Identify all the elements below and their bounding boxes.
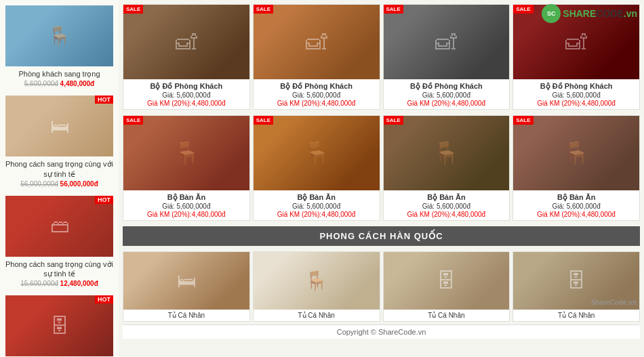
- cabinet-icon-4: 🗄: [567, 270, 586, 292]
- product-price-d3: Giá: 5,600,000đ: [386, 203, 507, 210]
- img-icon-d1: 🪑: [173, 140, 200, 166]
- logo-area: SC SHARECODE.vn: [542, 4, 637, 23]
- cabinet-name-3: Tủ Cá Nhân: [384, 310, 510, 321]
- logo-code: CODE: [596, 8, 623, 19]
- furniture-icon-4: 🗄: [50, 315, 69, 337]
- hot-badge-2: HOT: [95, 96, 113, 104]
- sidebar-item-3[interactable]: HOT 🗃 Phong cách sang trọng cùng với sự …: [5, 196, 113, 288]
- furniture-icon-3: 🗃: [50, 215, 69, 237]
- img-icon-l1: 🛋: [176, 30, 197, 55]
- cabinet-icon-2: 🪑: [304, 270, 328, 292]
- price-new-2: 56,000,000đ: [60, 180, 98, 188]
- cabinet-card-2[interactable]: 🪑 Tủ Cá Nhân: [253, 251, 380, 322]
- product-card-living-3[interactable]: SALE 🛋 Bộ Đồ Phòng Khách Giá: 5,600,000đ…: [383, 4, 510, 110]
- product-sale-d3: Giá KM (20%):4,480,000đ: [386, 211, 507, 218]
- cabinet-name-1: Tủ Cá Nhân: [123, 310, 249, 321]
- cabinet-card-3[interactable]: 🗄 Tủ Cá Nhân: [383, 251, 510, 322]
- product-img-dining-1: 🪑: [123, 116, 249, 190]
- cabinet-img-3: 🗄: [384, 252, 510, 310]
- product-sale-l2: Giá KM (20%):4,480,000đ: [256, 100, 377, 107]
- img-icon-l4: 🛋: [565, 30, 587, 55]
- product-card-living-2[interactable]: SALE 🛋 Bộ Đồ Phòng Khách Giá: 5,600,000đ…: [253, 4, 380, 110]
- product-img-dining-3: 🪑: [384, 116, 510, 190]
- korean-style-header: PHONG CÁCH HÀN QUỐC: [123, 226, 640, 246]
- cabinet-icon-1: 🛏: [177, 270, 196, 292]
- sidebar-item-4[interactable]: HOT 🗄 Phòng khách sang trọng 5,600,000đ …: [5, 295, 113, 357]
- copyright-bar: Copyright © ShareCode.vn: [123, 324, 640, 339]
- product-sale-l3: Giá KM (20%):4,480,000đ: [386, 100, 507, 107]
- hot-badge-3: HOT: [95, 196, 113, 204]
- cabinet-name-4: Tủ Cá Nhân: [513, 310, 639, 321]
- price-old-1: 5,600,000đ: [24, 80, 58, 87]
- product-price-l3: Giá: 5,600,000đ: [386, 91, 507, 99]
- logo-share: SHARE: [563, 8, 596, 19]
- product-price-d2: Giá: 5,600,000đ: [256, 203, 377, 210]
- product-name-l4: Bộ Đồ Phòng Khách: [516, 82, 637, 91]
- img-icon-l2: 🛋: [306, 30, 327, 55]
- cabinet-icon-3: 🗄: [437, 270, 456, 292]
- sidebar-img-2: 🛏: [5, 96, 113, 156]
- page-wrapper: SC SHARECODE.vn 🪑 Phòng khách sang trọng…: [0, 0, 644, 357]
- cabinet-card-1[interactable]: 🛏 Tủ Cá Nhân: [123, 251, 250, 322]
- price-old-2: 56,000,000đ: [20, 180, 58, 188]
- hot-badge-4: HOT: [95, 295, 113, 303]
- price-new-1: 4,480,000đ: [60, 80, 95, 87]
- product-sale-l1: Giá KM (20%):4,480,000đ: [126, 100, 247, 107]
- product-price-d1: Giá: 5,600,000đ: [126, 203, 247, 210]
- price-old-3: 15,600,000đ: [20, 280, 58, 287]
- product-sale-d4: Giá KM (20%):4,480,000đ: [516, 211, 637, 218]
- product-img-dining-2: 🪑: [254, 116, 380, 190]
- product-img-living-1: 🛋: [123, 5, 249, 79]
- product-name-l3: Bộ Đồ Phòng Khách: [386, 82, 507, 91]
- product-name-d2: Bộ Bàn Ăn: [256, 193, 377, 202]
- sale-badge-l3: SALE: [384, 5, 403, 14]
- product-img-living-3: 🛋: [384, 5, 510, 79]
- sidebar-item-1[interactable]: 🪑 Phòng khách sang trọng 5,600,000đ 4,48…: [5, 5, 113, 87]
- sale-badge-l1: SALE: [123, 5, 143, 14]
- furniture-icon-1: 🪑: [47, 25, 71, 47]
- product-sale-l4: Giá KM (20%):4,480,000đ: [516, 100, 637, 107]
- img-icon-l3: 🛋: [435, 30, 457, 55]
- cabinet-card-4[interactable]: 🗄 ShareCode.vn Tủ Cá Nhân: [512, 251, 640, 322]
- sidebar-title-2: Phong cách sang trọng cùng với sự tinh t…: [5, 159, 113, 179]
- logo-icon: SC: [542, 4, 561, 23]
- sale-badge-d2: SALE: [254, 116, 273, 125]
- product-info-l2: Bộ Đồ Phòng Khách Giá: 5,600,000đ Giá KM…: [254, 79, 380, 109]
- img-icon-d3: 🪑: [432, 140, 460, 166]
- product-img-dining-4: 🪑: [513, 116, 639, 190]
- product-price-l1: Giá: 5,600,000đ: [126, 91, 247, 99]
- sidebar-item-2[interactable]: HOT 🛏 Phong cách sang trọng cùng với sự …: [5, 96, 113, 188]
- product-card-dining-4[interactable]: SALE 🪑 Bộ Bàn Ăn Giá: 5,600,000đ Giá KM …: [512, 115, 640, 221]
- product-info-d4: Bộ Bàn Ăn Giá: 5,600,000đ Giá KM (20%):4…: [513, 190, 639, 220]
- product-card-dining-1[interactable]: SALE 🪑 Bộ Bàn Ăn Giá: 5,600,000đ Giá KM …: [123, 115, 250, 221]
- logo-domain: .vn: [624, 8, 637, 19]
- product-img-living-2: 🛋: [254, 5, 380, 79]
- img-icon-d4: 🪑: [563, 140, 590, 166]
- sale-badge-l2: SALE: [254, 5, 273, 14]
- product-name-d4: Bộ Bàn Ăn: [516, 193, 637, 202]
- main-layout: 🪑 Phòng khách sang trọng 5,600,000đ 4,48…: [0, 0, 644, 357]
- product-info-d2: Bộ Bàn Ăn Giá: 5,600,000đ Giá KM (20%):4…: [254, 190, 380, 220]
- product-price-d4: Giá: 5,600,000đ: [516, 203, 637, 210]
- product-sale-d2: Giá KM (20%):4,480,000đ: [256, 211, 377, 218]
- product-sale-d1: Giá KM (20%):4,480,000đ: [126, 211, 247, 218]
- product-info-d3: Bộ Bàn Ăn Giá: 5,600,000đ Giá KM (20%):4…: [384, 190, 510, 220]
- sale-badge-d1: SALE: [123, 116, 143, 125]
- sidebar-img-3: 🗃: [5, 196, 113, 257]
- sidebar: 🪑 Phòng khách sang trọng 5,600,000đ 4,48…: [0, 0, 119, 357]
- sale-badge-d4: SALE: [513, 116, 533, 125]
- product-name-l2: Bộ Đồ Phòng Khách: [256, 82, 377, 91]
- product-info-l4: Bộ Đồ Phòng Khách Giá: 5,600,000đ Giá KM…: [513, 79, 639, 109]
- product-price-l4: Giá: 5,600,000đ: [516, 91, 637, 99]
- product-info-l3: Bộ Đồ Phòng Khách Giá: 5,600,000đ Giá KM…: [384, 79, 510, 109]
- product-info-d1: Bộ Bàn Ăn Giá: 5,600,000đ Giá KM (20%):4…: [123, 190, 249, 220]
- product-card-dining-2[interactable]: SALE 🪑 Bộ Bàn Ăn Giá: 5,600,000đ Giá KM …: [253, 115, 380, 221]
- product-card-dining-3[interactable]: SALE 🪑 Bộ Bàn Ăn Giá: 5,600,000đ Giá KM …: [383, 115, 510, 221]
- cabinet-row: 🛏 Tủ Cá Nhân 🪑 Tủ Cá Nhân 🗄 Tủ Cá: [123, 251, 640, 322]
- product-card-living-1[interactable]: SALE 🛋 Bộ Đồ Phòng Khách Giá: 5,600,000đ…: [123, 4, 250, 110]
- sidebar-img-1: 🪑: [5, 5, 113, 66]
- price-new-3: 12,480,000đ: [60, 280, 98, 287]
- cabinet-name-2: Tủ Cá Nhân: [254, 310, 380, 321]
- img-icon-d2: 🪑: [303, 140, 330, 166]
- product-name-d1: Bộ Bàn Ăn: [126, 193, 247, 202]
